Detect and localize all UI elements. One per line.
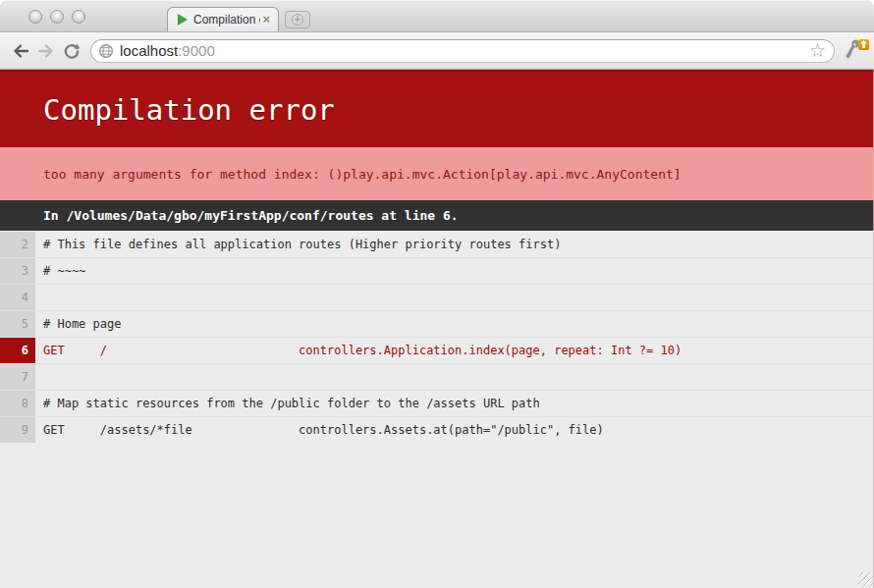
back-arrow-icon (11, 41, 30, 61)
new-tab-button[interactable]: + (285, 11, 310, 28)
chrome-menu-button[interactable] (844, 39, 869, 63)
update-badge (858, 39, 869, 50)
minimize-window-button[interactable] (50, 10, 64, 24)
url-port: :9000 (178, 42, 215, 59)
code-line-row: 5 # Home page (0, 310, 874, 337)
line-number: 2 (0, 232, 35, 257)
up-arrow-icon (860, 40, 867, 48)
error-page: Compilation error too many arguments for… (0, 70, 874, 588)
navigation-toolbar: localhost:9000 ☆ (0, 32, 874, 70)
line-code: # ~~~~ (35, 258, 874, 284)
window-resize-grip-icon[interactable] (858, 572, 873, 587)
code-line-row: 6 GET / controllers.Application.index(pa… (0, 337, 874, 363)
line-code: GET /assets/*file controllers.Assets.at(… (35, 417, 874, 443)
reload-icon (62, 41, 82, 61)
code-line-row: 8 # Map static resources from the /publi… (0, 390, 874, 416)
line-number: 3 (0, 258, 35, 284)
line-code: GET / controllers.Application.index(page… (35, 338, 874, 363)
line-number: 4 (0, 285, 35, 310)
code-line-row: 7 (0, 363, 874, 390)
line-code (35, 285, 874, 310)
line-code: # Home page (35, 311, 874, 337)
titlebar: Compilation error × + (0, 0, 874, 32)
browser-window: Compilation error × + (0, 0, 874, 588)
line-number: 8 (0, 391, 35, 416)
line-number: 5 (0, 311, 35, 337)
line-code (35, 364, 874, 390)
error-header: Compilation error (0, 70, 874, 147)
page-title: Compilation error (43, 93, 335, 127)
tab-close-icon[interactable]: × (260, 14, 272, 26)
forward-button[interactable] (33, 38, 59, 64)
error-location: In /Volumes/Data/gbo/myFirstApp/conf/rou… (43, 208, 459, 223)
error-message-banner: too many arguments for method index: ()p… (0, 147, 874, 200)
tab-compilation-error[interactable]: Compilation error × (167, 7, 279, 31)
reload-button[interactable] (59, 38, 84, 64)
play-framework-favicon-icon (178, 14, 188, 26)
code-line-row: 4 (0, 284, 874, 310)
url-text[interactable]: localhost:9000 (120, 42, 809, 59)
code-line-row: 3 # ~~~~ (0, 257, 874, 284)
error-message: too many arguments for method index: ()p… (43, 167, 682, 182)
error-location-bar: In /Volumes/Data/gbo/myFirstApp/conf/rou… (0, 200, 874, 231)
line-number: 6 (0, 338, 35, 363)
zoom-window-button[interactable] (72, 10, 85, 24)
close-window-button[interactable] (28, 10, 42, 24)
line-code: # Map static resources from the /public … (35, 391, 874, 416)
line-number: 7 (0, 364, 35, 390)
line-code: # This file defines all application rout… (35, 232, 874, 257)
line-number: 9 (0, 417, 35, 443)
back-button[interactable] (8, 38, 33, 64)
tab-title: Compilation error (193, 13, 260, 27)
forward-arrow-icon (36, 41, 56, 61)
globe-icon (98, 43, 114, 59)
url-host: localhost (120, 42, 178, 59)
code-listing: 2 # This file defines all application ro… (0, 231, 874, 443)
code-line-row: 9 GET /assets/*file controllers.Assets.a… (0, 416, 874, 443)
bookmark-star-icon[interactable]: ☆ (809, 41, 826, 60)
plus-icon: + (292, 14, 303, 26)
code-line-row: 2 # This file defines all application ro… (0, 231, 874, 257)
address-bar[interactable]: localhost:9000 ☆ (90, 39, 835, 63)
window-controls (28, 10, 85, 24)
page-filler (0, 443, 874, 588)
